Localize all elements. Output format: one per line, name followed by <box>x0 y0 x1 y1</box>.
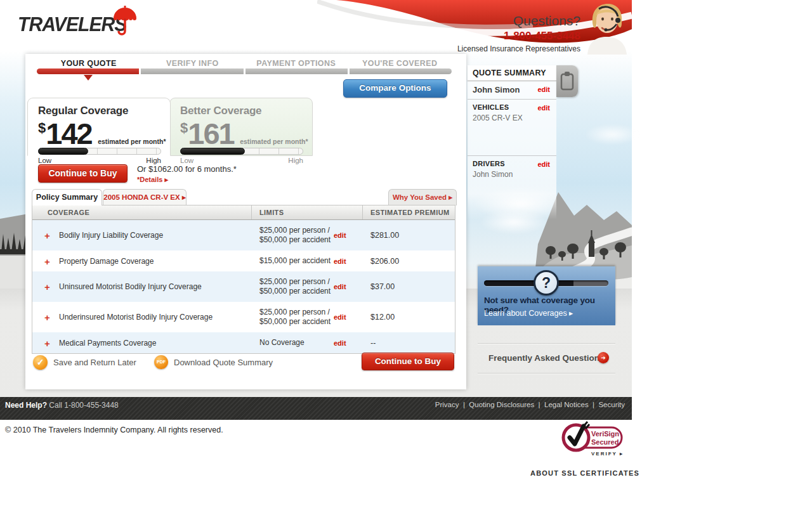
phone-subtext: Licensed Insurance Representatives <box>406 44 580 53</box>
download-label: Download Quote Summary <box>174 358 273 367</box>
expand-plus-icon[interactable]: + <box>44 337 50 348</box>
download-quote-button[interactable]: PDF Download Quote Summary <box>154 355 273 369</box>
expand-plus-icon[interactable]: + <box>44 256 50 266</box>
clipboard-tab-button[interactable] <box>556 65 578 97</box>
edit-drivers-link[interactable]: edit <box>537 160 550 168</box>
plan-price: $161 estimated per month* <box>180 116 312 145</box>
details-link[interactable]: *Details ▸ <box>137 176 168 184</box>
progress-segment <box>246 68 348 74</box>
quote-summary-title: QUOTE SUMMARY <box>468 65 556 81</box>
learn-about-coverages-link[interactable]: Learn about Coverages ▸ <box>484 308 573 318</box>
tab-vehicle[interactable]: 2005 HONDA CR-V EX ▸ <box>103 189 187 205</box>
expand-plus-icon[interactable]: + <box>44 230 50 241</box>
coverage-limits: $25,000 per person / $50,000 per acciden… <box>251 226 334 245</box>
estimated-premium: -- <box>362 339 455 348</box>
progress-segment <box>141 68 243 74</box>
continue-to-buy-button[interactable]: Continue to Buy <box>38 164 128 183</box>
plan-name: Regular Coverage <box>38 105 170 117</box>
umbrella-icon <box>111 4 139 37</box>
plan-name: Better Coverage <box>180 105 312 117</box>
vehicles-section: VEHICLES edit 2005 CR-V EX <box>468 100 556 156</box>
edit-vehicles-link[interactable]: edit <box>537 104 550 112</box>
verisign-badge[interactable]: VeriSign Secured VERIFY ▸ <box>558 421 624 463</box>
continue-to-buy-button-bottom[interactable]: Continue to Buy <box>362 353 454 370</box>
about-ssl-certificates-link[interactable]: ABOUT SSL CERTIFICATES <box>530 469 639 477</box>
footer-link[interactable]: Legal Notices <box>536 401 588 408</box>
coverage-help-promo: ? Not sure what coverage you need? Learn… <box>478 266 615 325</box>
header-limits: LIMITS <box>251 205 362 219</box>
currency-symbol: $ <box>38 120 46 136</box>
footer-link[interactable]: Privacy <box>435 401 459 408</box>
phone-number: 1-800-455-3448 <box>406 30 580 42</box>
driver-name: John Simon <box>473 170 551 179</box>
travelers-quote-page: TRAVELERS Questions? 1-800-455-3448 Lice… <box>0 0 812 527</box>
current-step-arrow-icon <box>84 75 93 81</box>
edit-link[interactable]: edit <box>334 283 362 290</box>
edit-link[interactable]: edit <box>334 257 362 265</box>
footer-links: Privacy Quoting Disclosures Legal Notice… <box>0 401 625 408</box>
check-icon: ✓ <box>33 355 48 370</box>
verisign-text-2: Secured <box>591 438 619 446</box>
compare-options-button[interactable]: Compare Options <box>343 79 447 98</box>
slider-labels: Low High <box>38 157 161 164</box>
high-label: High <box>146 157 161 164</box>
price-period: estimated per month* <box>240 138 308 145</box>
table-row: + Property Damage Coverage $15,000 per a… <box>32 250 455 271</box>
save-label: Save and Return Later <box>53 358 136 367</box>
footer-link[interactable]: Security <box>591 401 625 408</box>
verisign-text-1: VeriSign <box>591 430 619 438</box>
arrow-icon: ➜ <box>598 352 609 363</box>
question-mark-icon: ? <box>534 270 559 296</box>
vehicle-name: 2005 CR-V EX <box>473 114 551 122</box>
coverage-limits: $25,000 per person / $50,000 per acciden… <box>251 308 334 327</box>
table-row: + Uninsured Motorist Bodily Injury Cover… <box>32 271 455 302</box>
table-body: + Bodily Injury Liability Coverage $25,0… <box>32 220 455 353</box>
faq-row[interactable]: Frequently Asked Questions ➜ <box>478 343 615 374</box>
price-range-slider <box>38 148 161 155</box>
table-row: + Underinsured Motorist Bodily Injury Co… <box>32 302 455 332</box>
progress-segment-active <box>37 68 139 74</box>
agent-photo <box>581 1 632 55</box>
plan-regular-coverage[interactable]: Regular Coverage $142 estimated per mont… <box>27 98 171 156</box>
price-range-slider <box>180 148 303 155</box>
policyholder-section: John Simon edit <box>468 81 556 100</box>
plan-better-coverage[interactable]: Better Coverage $161 estimated per month… <box>169 98 313 156</box>
low-label: Low <box>180 157 193 164</box>
slider-fill <box>38 148 88 155</box>
why-you-saved-link[interactable]: Why You Saved ▸ <box>388 189 457 205</box>
edit-policyholder-link[interactable]: edit <box>537 86 550 93</box>
high-label: High <box>288 157 303 164</box>
price-amount: 161 <box>188 117 233 150</box>
table-row: + Medical Payments Coverage No Coverage … <box>32 332 455 353</box>
slider-fill <box>180 148 245 155</box>
edit-link[interactable]: edit <box>334 339 362 347</box>
edit-link[interactable]: edit <box>334 231 362 239</box>
clipboard-icon <box>556 65 578 97</box>
estimated-premium: $37.00 <box>362 282 455 291</box>
price-amount: 142 <box>46 117 91 150</box>
tab-policy-summary[interactable]: Policy Summary <box>32 189 102 205</box>
coverage-limits: $25,000 per person / $50,000 per acciden… <box>251 277 334 296</box>
table-header: COVERAGE LIMITS ESTIMATED PREMIUM <box>32 205 455 220</box>
footer-link[interactable]: Quoting Disclosures <box>461 401 534 408</box>
step-youre-covered: YOU'RE COVERED <box>348 56 452 68</box>
estimated-premium: $206.00 <box>362 257 455 266</box>
pdf-icon: PDF <box>154 355 168 369</box>
coverage-limits: $15,000 per accident <box>251 256 334 266</box>
coverage-name: + Medical Payments Coverage <box>32 339 251 348</box>
low-label: Low <box>38 157 51 164</box>
plan-price: $142 estimated per month* <box>38 116 170 145</box>
save-and-return-button[interactable]: ✓ Save and Return Later <box>33 355 136 370</box>
progress-steps: YOUR QUOTE VERIFY INFO PAYMENT OPTIONS Y… <box>37 56 452 68</box>
expand-plus-icon[interactable]: + <box>44 282 50 292</box>
price-period: estimated per month* <box>98 138 166 145</box>
verify-text: VERIFY ▸ <box>591 451 624 457</box>
expand-plus-icon[interactable]: + <box>44 312 50 323</box>
coverage-name: + Uninsured Motorist Bodily Injury Cover… <box>32 282 251 291</box>
travelers-logo[interactable]: TRAVELERS <box>18 13 145 46</box>
edit-link[interactable]: edit <box>334 313 362 321</box>
faq-label: Frequently Asked Questions <box>488 353 605 363</box>
currency-symbol: $ <box>180 120 188 136</box>
coverage-table: COVERAGE LIMITS ESTIMATED PREMIUM + Bodi… <box>32 205 455 354</box>
estimated-premium: $12.00 <box>362 313 455 322</box>
